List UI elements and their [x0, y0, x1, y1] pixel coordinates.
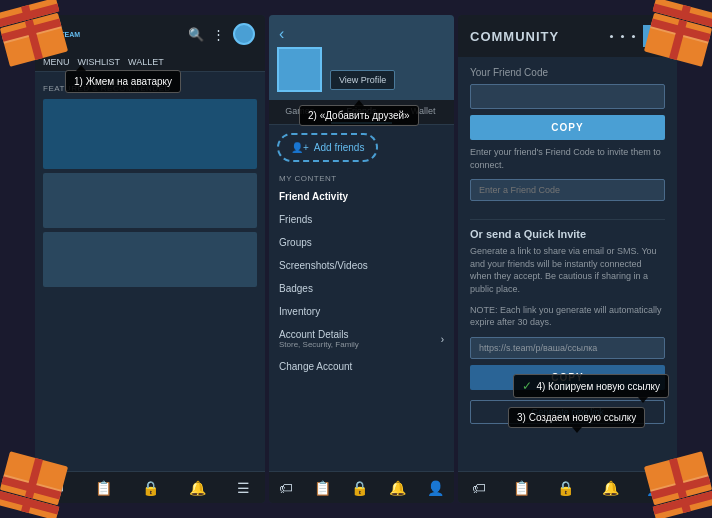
menu-item-inventory[interactable]: Inventory [269, 300, 454, 323]
game-cards [43, 99, 257, 287]
mid-bottom-bar: 🏷 📋 🔒 🔔 👤 [269, 471, 454, 503]
mid-tab-profile[interactable]: 👤 [427, 480, 444, 496]
menu-item-groups[interactable]: Groups [269, 231, 454, 254]
profile-avatar [277, 47, 322, 92]
tab-achievements-icon[interactable]: 🔒 [142, 480, 159, 496]
nav-wallet[interactable]: WALLET [128, 57, 164, 67]
gift-decoration-tl [0, 0, 80, 80]
mid-tab-notifications[interactable]: 🔔 [389, 480, 406, 496]
community-panel: COMMUNITY Your Friend Code COPY Enter yo… [458, 15, 677, 503]
right-tab-notifications[interactable]: 🔔 [602, 480, 619, 496]
more-icon[interactable]: ⋮ [212, 27, 225, 42]
menu-item-friends[interactable]: Friends [269, 208, 454, 231]
account-label: Account Details [279, 329, 359, 340]
view-profile-button[interactable]: View Profile [330, 70, 395, 90]
tooltip-add-friends: 2) «Добавить друзей» [299, 105, 419, 126]
add-friends-icon: 👤+ [291, 142, 309, 153]
right-tab-library[interactable]: 📋 [513, 480, 530, 496]
enter-friend-code-input[interactable] [470, 179, 665, 201]
menu-item-friend-activity[interactable]: Friend Activity [269, 185, 454, 208]
profile-panel: ‹ View Profile 2) «Добавить друзей» Game… [269, 15, 454, 503]
game-card-2[interactable] [43, 173, 257, 228]
tooltip-avatar: 1) Жмем на аватарку [65, 70, 181, 93]
right-tab-store[interactable]: 🏷 [472, 480, 486, 496]
profile-top: View Profile [269, 15, 454, 100]
gift-decoration-tr [632, 0, 712, 80]
game-card-1[interactable] [43, 99, 257, 169]
link-input[interactable] [470, 337, 665, 359]
add-friends-label: Add friends [314, 142, 365, 153]
tooltip-create-link: 3) Создаем новую ссылку [508, 407, 645, 428]
mid-tab-library[interactable]: 📋 [314, 480, 331, 496]
community-title: COMMUNITY [470, 29, 559, 44]
menu-item-screenshots[interactable]: Screenshots/Videos [269, 254, 454, 277]
menu-dot-1 [610, 35, 613, 38]
quick-invite-desc: Generate a link to share via email or SM… [470, 245, 665, 295]
left-content: FEATURED & RECOMMENDED [35, 72, 265, 295]
invite-description: Enter your friend's Friend Code to invit… [470, 146, 665, 171]
tab-notifications-icon[interactable]: 🔔 [189, 480, 206, 496]
copy-button-1[interactable]: COPY [470, 115, 665, 140]
menu-item-account[interactable]: Account Details Store, Security, Family … [269, 323, 454, 355]
header-icons: 🔍 ⋮ [188, 23, 255, 45]
my-content-label: MY CONTENT [269, 170, 454, 185]
main-container: ⚙ STEAM 🔍 ⋮ MENU WISHLIST WALLET 1) Жмем… [35, 15, 677, 503]
mid-tab-achievements[interactable]: 🔒 [351, 480, 368, 496]
game-card-3[interactable] [43, 232, 257, 287]
check-icon: ✓ [522, 379, 532, 393]
menu-item-badges[interactable]: Badges [269, 277, 454, 300]
back-button[interactable]: ‹ [279, 25, 284, 43]
link-input-row [470, 337, 665, 359]
arrow-icon: › [441, 334, 444, 345]
mid-tab-store[interactable]: 🏷 [279, 480, 293, 496]
gift-decoration-br [632, 438, 712, 518]
avatar[interactable] [233, 23, 255, 45]
friend-code-input[interactable] [470, 84, 665, 109]
menu-item-change-account[interactable]: Change Account [269, 355, 454, 378]
tab-library-icon[interactable]: 📋 [95, 480, 112, 496]
menu-dot-2 [621, 35, 624, 38]
steam-app-panel: ⚙ STEAM 🔍 ⋮ MENU WISHLIST WALLET 1) Жмем… [35, 15, 265, 503]
right-tab-achievements[interactable]: 🔒 [557, 480, 574, 496]
expire-note: NOTE: Each link you generate will automa… [470, 304, 665, 329]
divider [470, 219, 665, 220]
search-icon[interactable]: 🔍 [188, 27, 204, 42]
gift-decoration-bl [0, 438, 80, 518]
quick-invite-label: Or send a Quick Invite [470, 228, 665, 240]
add-friends-button[interactable]: 👤+ Add friends [277, 133, 378, 162]
tab-menu-icon[interactable]: ☰ [237, 480, 250, 496]
tooltip-copy-link: ✓ 4) Копируем новую ссылку [513, 374, 669, 398]
account-sub: Store, Security, Family [279, 340, 359, 349]
